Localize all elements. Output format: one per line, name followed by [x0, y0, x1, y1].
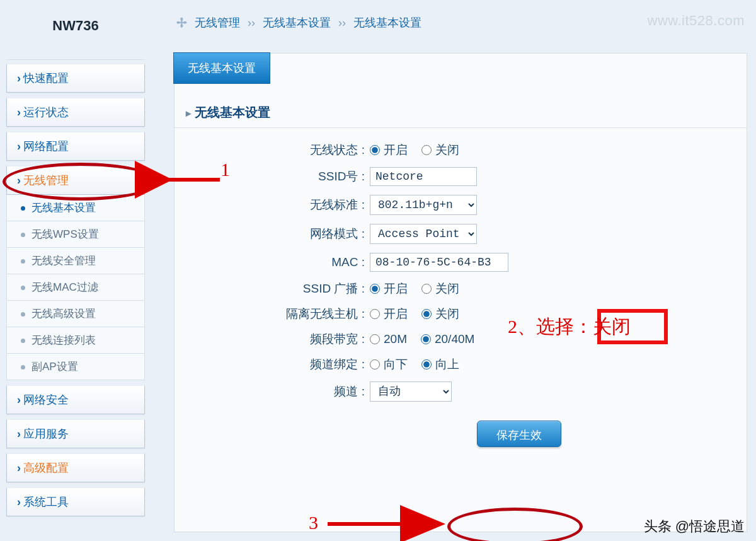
triangle-icon: ▸	[186, 108, 191, 119]
row-standard: 无线标准 : 802.11b+g+n	[175, 195, 710, 215]
nav-wireless-manage[interactable]: 无线管理	[6, 166, 145, 195]
label-bind: 频道绑定 :	[175, 356, 370, 373]
section-title-text: 无线基本设置	[195, 105, 270, 119]
nav-app-service[interactable]: 应用服务	[6, 419, 145, 448]
annotation-text-2: 2、选择：关闭	[508, 314, 631, 340]
subnav-secondary-ap[interactable]: 副AP设置	[6, 354, 145, 380]
nav-label: 网络配置	[23, 140, 69, 153]
bullet-icon	[21, 233, 25, 237]
subnav-wps[interactable]: 无线WPS设置	[6, 221, 145, 248]
subnav-label: 无线高级设置	[32, 308, 96, 320]
mode-select[interactable]: Access Point	[370, 224, 477, 244]
subnav-label: 无线连接列表	[32, 334, 96, 346]
nav-label: 运行状态	[23, 106, 69, 119]
radio-band-20m[interactable]: 20M	[370, 332, 407, 346]
row-ssid-broadcast: SSID 广播 : 开启 关闭	[175, 281, 710, 297]
radio-broadcast-off[interactable]: 关闭	[421, 281, 459, 297]
subnav-client-list[interactable]: 无线连接列表	[6, 327, 145, 354]
channel-select[interactable]: 自动	[370, 381, 452, 402]
annotation-number-1: 1	[220, 159, 230, 180]
subnav-wireless-basic[interactable]: 无线基本设置	[6, 195, 145, 221]
label-broadcast: SSID 广播 :	[175, 281, 370, 297]
radio-bind-down[interactable]: 向下	[370, 356, 408, 373]
breadcrumb-item[interactable]: 无线管理	[195, 15, 240, 30]
label-mode: 网络模式 :	[175, 226, 370, 242]
label-status: 无线状态 :	[175, 142, 370, 158]
nav-label: 快速配置	[23, 72, 69, 84]
nav-advanced-config[interactable]: 高级配置	[6, 453, 145, 482]
row-wireless-status: 无线状态 : 开启 关闭	[175, 142, 710, 158]
label-bandwidth: 频段带宽 :	[175, 331, 370, 347]
attribution-text: 头条 @悟途思道	[644, 517, 745, 536]
radio-label: 20M	[384, 332, 407, 346]
label-isolate: 隔离无线主机 :	[175, 306, 370, 322]
nav-label: 应用服务	[23, 428, 69, 440]
subnav-label: 副AP设置	[32, 361, 78, 373]
breadcrumb-item[interactable]: 无线基本设置	[263, 15, 331, 30]
divider	[175, 127, 747, 128]
breadcrumb: ✢ 无线管理 ›› 无线基本设置 ›› 无线基本设置	[176, 15, 421, 30]
breadcrumb-item: 无线基本设置	[353, 15, 421, 30]
watermark-text: www.it528.com	[648, 13, 745, 29]
radio-label: 关闭	[435, 281, 459, 297]
nav-quick-config[interactable]: 快速配置	[6, 64, 145, 93]
radio-label: 开启	[384, 306, 408, 322]
mac-input	[370, 253, 508, 272]
radio-label: 关闭	[435, 306, 459, 322]
section-title: ▸无线基本设置	[186, 104, 747, 121]
nav-label: 无线管理	[23, 174, 69, 187]
settings-form: 无线状态 : 开启 关闭 SSID号 : 无线标准 : 802.11b+g+n …	[175, 142, 710, 447]
radio-label: 向上	[435, 356, 459, 373]
radio-label: 20/40M	[435, 332, 474, 346]
bullet-icon	[21, 312, 25, 317]
nav-system-tools[interactable]: 系统工具	[6, 487, 145, 516]
breadcrumb-plus-icon: ✢	[176, 15, 187, 30]
annotation-number-3: 3	[309, 512, 318, 533]
nav-label: 网络安全	[23, 393, 69, 406]
label-mac: MAC :	[175, 255, 370, 269]
nav-label: 高级配置	[23, 462, 69, 474]
subnav-security[interactable]: 无线安全管理	[6, 248, 145, 274]
row-mode: 网络模式 : Access Point	[175, 224, 710, 244]
label-standard: 无线标准 :	[175, 197, 370, 213]
row-ssid: SSID号 :	[175, 167, 710, 186]
row-save: 保存生效	[175, 421, 710, 447]
nav-network-safety[interactable]: 网络安全	[6, 385, 145, 414]
row-channel: 频道 : 自动	[175, 381, 710, 402]
save-button[interactable]: 保存生效	[477, 421, 561, 447]
ssid-input[interactable]	[370, 167, 477, 186]
bullet-icon	[21, 339, 25, 343]
subnav-label: 无线WPS设置	[32, 228, 99, 240]
radio-isolate-on[interactable]: 开启	[370, 306, 408, 322]
bullet-icon	[21, 365, 25, 369]
nav-label: 系统工具	[23, 496, 69, 508]
radio-broadcast-on[interactable]: 开启	[370, 281, 408, 297]
radio-label: 开启	[384, 281, 408, 297]
tab-wireless-basic[interactable]: 无线基本设置	[173, 52, 270, 84]
breadcrumb-sep-icon: ››	[338, 16, 346, 30]
standard-select[interactable]: 802.11b+g+n	[370, 195, 477, 215]
sidebar: NW736 快速配置 运行状态 网络配置 无线管理 无线基本设置 无线WPS设置…	[6, 0, 145, 516]
subnav-advanced[interactable]: 无线高级设置	[6, 301, 145, 327]
radio-status-on[interactable]: 开启	[370, 142, 408, 158]
radio-bind-up[interactable]: 向上	[421, 356, 459, 373]
radio-isolate-off[interactable]: 关闭	[421, 306, 459, 322]
nav-run-status[interactable]: 运行状态	[6, 98, 145, 127]
radio-band-2040m[interactable]: 20/40M	[421, 332, 474, 346]
radio-label: 向下	[384, 356, 408, 373]
row-mac: MAC :	[175, 253, 710, 272]
bullet-icon	[21, 259, 25, 264]
subnav-label: 无线MAC过滤	[32, 281, 98, 293]
bullet-icon	[21, 286, 25, 290]
label-ssid: SSID号 :	[175, 168, 370, 185]
row-channel-bind: 频道绑定 : 向下 向上	[175, 356, 710, 373]
breadcrumb-sep-icon: ››	[248, 16, 255, 30]
radio-status-off[interactable]: 关闭	[421, 142, 459, 158]
main-panel: 无线基本设置 ▸无线基本设置 无线状态 : 开启 关闭 SSID号 : 无线标准…	[174, 53, 747, 532]
nav-network-config[interactable]: 网络配置	[6, 132, 145, 161]
radio-label: 关闭	[435, 142, 459, 158]
label-channel: 频道 :	[175, 383, 370, 400]
radio-label: 开启	[384, 142, 408, 158]
subnav-label: 无线基本设置	[32, 202, 96, 214]
subnav-mac-filter[interactable]: 无线MAC过滤	[6, 274, 145, 301]
